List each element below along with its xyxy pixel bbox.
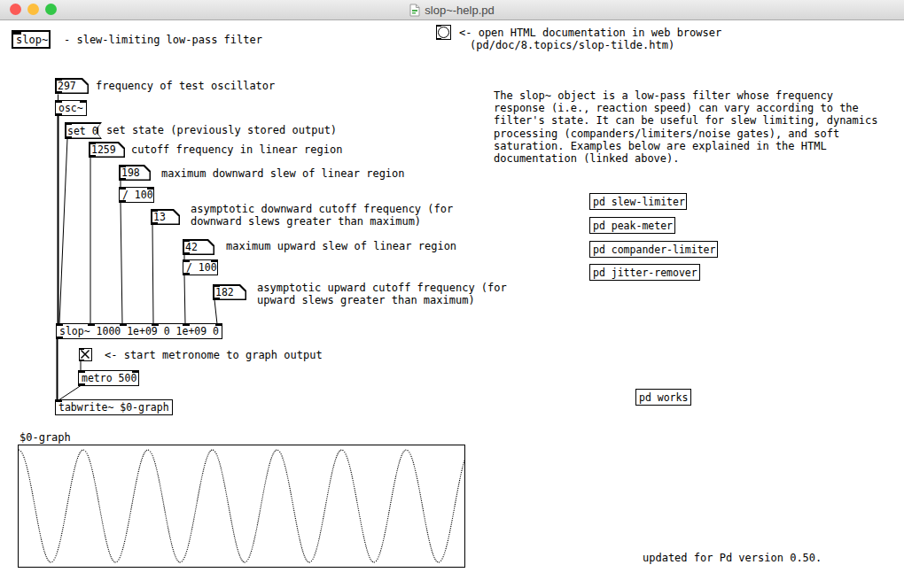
subpatch-works[interactable]: pd works	[635, 389, 691, 406]
inlet-nib	[55, 78, 62, 81]
object-text: slop~ 1000 1e+09 0 1e+09 0	[59, 325, 219, 337]
outlet-nib	[78, 383, 85, 386]
pd-document-icon	[409, 4, 420, 17]
message-text: set 0	[67, 125, 98, 137]
outlet-nib	[183, 273, 190, 275]
inlet-nib	[80, 100, 87, 103]
subpatch-compander-limiter[interactable]: pd compander-limiter	[589, 241, 718, 258]
comment-tagline: - slew-limiting low-pass filter	[64, 34, 262, 46]
description-line: The slop~ object is a low-pass filter wh…	[494, 89, 877, 102]
inlet-nib	[79, 348, 84, 350]
object-box-divide-b[interactable]: / 100	[183, 259, 218, 275]
patch-canvas: slop~ - slew-limiting low-pass filter <-…	[0, 0, 904, 588]
object-text: / 100	[186, 261, 217, 274]
outlet-nib	[183, 252, 190, 255]
number-box-down-slew[interactable]: 198	[119, 165, 151, 181]
comment-updated: updated for Pd version 0.50.	[643, 552, 822, 564]
outlet-nib	[56, 337, 63, 339]
comment-up-asym-1: asymptotic upward cutoff frequency (for	[257, 282, 507, 294]
inlet-nib	[152, 323, 159, 326]
graph-label: $0-graph	[19, 431, 71, 444]
number-value: 1259	[91, 143, 116, 156]
number-box-frequency[interactable]: 297	[55, 78, 89, 94]
subpatch-label: pd slew-limiter	[593, 196, 685, 208]
inlet-nib	[213, 284, 220, 287]
inlet-nib	[211, 259, 218, 262]
comment-down-asym-2: downward slews greater than maximum)	[191, 215, 421, 228]
comment-frequency: frequency of test oscillator	[96, 80, 275, 92]
object-box-osc[interactable]: osc~	[55, 100, 87, 116]
number-box-down-asymptotic[interactable]: 13	[151, 209, 180, 225]
inlet-nib	[55, 100, 62, 103]
subpatch-label: pd jitter-remover	[593, 267, 697, 279]
number-value: 13	[153, 211, 166, 223]
object-text: metro 500	[82, 372, 136, 384]
subpatch-peak-meter[interactable]: pd peak-meter	[589, 217, 675, 234]
inlet-nib	[65, 122, 72, 125]
outlet-nib	[119, 178, 126, 181]
inlet-nib	[132, 370, 139, 373]
subpatch-label: pd works	[639, 391, 688, 404]
toggle-start-metronome[interactable]	[79, 348, 92, 361]
description-line: processing (companders/limiters/noise ga…	[494, 128, 877, 140]
inlet-nib	[88, 323, 95, 326]
outlet-nib	[213, 298, 220, 300]
object-text: tabwrite~ $0-graph	[58, 401, 169, 414]
inlet-nib	[119, 187, 126, 190]
number-box-up-asymptotic[interactable]: 182	[213, 284, 246, 300]
description-paragraph: The slop~ object is a low-pass filter wh…	[494, 89, 877, 165]
description-line: filter's state. It can be useful for sle…	[494, 114, 877, 127]
waveform-dots	[19, 445, 464, 567]
description-line: documentation (linked above).	[494, 152, 877, 165]
subpatch-jitter-remover[interactable]: pd jitter-remover	[589, 264, 700, 281]
object-box-slop[interactable]: slop~ 1000 1e+09 0 1e+09 0	[56, 323, 222, 339]
bang-button-open-docs[interactable]	[436, 25, 451, 40]
number-box-up-slew[interactable]: 42	[183, 239, 214, 255]
description-line: response (i.e., reaction speed) can vary…	[494, 102, 877, 114]
number-box-cutoff[interactable]: 1259	[89, 142, 125, 158]
subpatch-slew-limiter[interactable]: pd slew-limiter	[589, 193, 687, 210]
number-value: 297	[58, 80, 76, 92]
inlet-nib	[13, 32, 21, 35]
comment-up-slew: maximum upward slew of linear region	[226, 240, 456, 252]
inlet-nib	[147, 187, 154, 190]
object-text: slop~	[16, 34, 48, 46]
toggle-x-icon	[80, 349, 90, 360]
object-text: / 100	[122, 189, 153, 201]
title-area: slop~-help.pd	[0, 0, 904, 19]
outlet-nib	[89, 155, 96, 158]
inlet-nib	[183, 239, 190, 242]
outlet-nib	[119, 200, 126, 203]
inlet-nib	[56, 323, 63, 326]
outlet-nib	[436, 38, 441, 40]
object-box-slop-name[interactable]: slop~	[12, 30, 51, 49]
comment-down-asym-1: asymptotic downward cutoff frequency (fo…	[191, 203, 453, 215]
comment-doc-line1: <- open HTML documentation in web browse…	[459, 27, 721, 39]
inlet-nib	[78, 370, 85, 373]
comment-set-state: set state (previously stored output)	[106, 124, 337, 136]
outlet-nib	[55, 91, 62, 94]
message-box-set-state[interactable]: set 0	[65, 122, 102, 139]
inlet-nib	[89, 142, 96, 144]
inlet-nib	[120, 323, 127, 326]
subpatch-label: pd peak-meter	[593, 220, 673, 232]
number-value: 42	[185, 241, 198, 253]
inlet-nib	[183, 259, 190, 262]
object-box-divide-a[interactable]: / 100	[119, 187, 154, 203]
outlet-nib	[65, 136, 72, 139]
subpatch-label: pd compander-limiter	[593, 244, 715, 256]
comment-doc-line2: (pd/doc/8.topics/slop-tilde.htm)	[470, 39, 674, 51]
outlet-nib	[79, 360, 84, 361]
object-text: osc~	[58, 102, 83, 114]
pd-patch-window: slop~ - slew-limiting low-pass filter <-…	[0, 0, 904, 588]
outlet-nib	[151, 222, 158, 225]
window-title: slop~-help.pd	[425, 4, 494, 17]
comment-metronome: <- start metronome to graph output	[105, 349, 323, 361]
object-box-tabwrite[interactable]: tabwrite~ $0-graph	[55, 399, 173, 415]
object-box-metro[interactable]: metro 500	[78, 370, 139, 386]
inlet-nib	[119, 165, 126, 167]
array-display-graph[interactable]	[18, 445, 465, 568]
outlet-nib	[55, 113, 62, 116]
inlet-nib	[183, 323, 190, 326]
number-value: 198	[121, 166, 140, 179]
